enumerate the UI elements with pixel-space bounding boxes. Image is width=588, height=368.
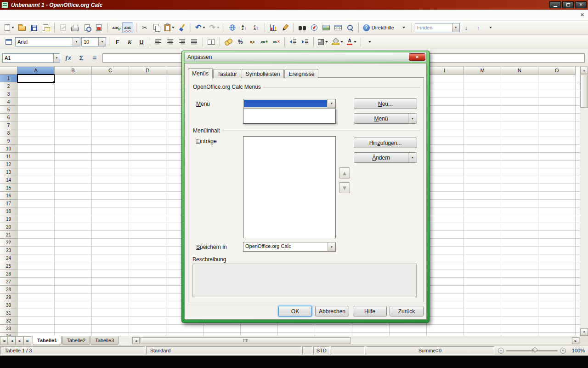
scroll-up-button[interactable]: ▲ (580, 67, 588, 74)
percent-format-button[interactable]: % (235, 36, 246, 47)
row-header-1[interactable]: 1 (0, 75, 17, 82)
close-button[interactable]: ✕ (575, 1, 587, 8)
row-header-4[interactable]: 4 (0, 98, 17, 106)
decrease-indent-button[interactable] (288, 36, 299, 47)
function-wizard-button[interactable]: ƒx (62, 53, 74, 63)
align-center-button[interactable] (165, 36, 176, 47)
page-preview-button[interactable] (81, 22, 92, 33)
minimize-button[interactable] (549, 1, 561, 8)
row-header-14[interactable]: 14 (0, 176, 17, 184)
row-header-26[interactable]: 26 (0, 270, 17, 278)
cell-cursor[interactable] (17, 74, 55, 83)
dropdown-arrow-icon[interactable] (217, 27, 220, 29)
row-header-8[interactable]: 8 (0, 129, 17, 137)
cut-button[interactable]: ✂ (139, 22, 150, 33)
new-document-button[interactable] (3, 22, 16, 33)
dialog-titlebar[interactable]: Anpassen ✕ (184, 52, 427, 62)
redo-button[interactable]: ↷ (208, 22, 220, 33)
find-next-button[interactable]: ↓ (461, 22, 472, 33)
column-header-n[interactable]: N (501, 67, 538, 75)
justify-button[interactable] (189, 36, 200, 47)
fill-handle[interactable] (53, 81, 55, 83)
page-style-status[interactable]: Standard (146, 346, 301, 355)
dropdown-arrow-icon[interactable] (325, 41, 328, 43)
select-all-corner[interactable] (0, 67, 17, 75)
draw-functions-button[interactable] (280, 22, 291, 33)
ok-button[interactable]: OK (278, 306, 312, 316)
vertical-scrollbar[interactable]: ▲ ▼ (580, 67, 588, 336)
format-paintbrush-button[interactable] (177, 22, 188, 33)
row-header-25[interactable]: 25 (0, 262, 17, 270)
cell-reference-input[interactable] (3, 54, 53, 62)
row-header-18[interactable]: 18 (0, 207, 17, 215)
maximize-button[interactable] (562, 1, 574, 8)
move-down-button[interactable]: ▼ (339, 182, 350, 193)
spellcheck-button[interactable]: ABC✓ (110, 22, 121, 33)
help-button[interactable]: Hilfe (353, 306, 387, 316)
dropdown-arrow-icon[interactable] (340, 41, 343, 43)
increase-indent-button[interactable] (300, 36, 311, 47)
font-name-input[interactable] (16, 38, 73, 46)
dialog-tab-symbolleisten[interactable]: Symbolleisten (242, 69, 284, 78)
zoom-out-button[interactable]: − (498, 348, 504, 354)
sheet-tab-tabelle3[interactable]: Tabelle3 (90, 336, 119, 345)
first-sheet-button[interactable]: |◀ (0, 336, 8, 345)
dialog-tab-ereignisse[interactable]: Ereignisse (284, 69, 318, 78)
row-header-11[interactable]: 11 (0, 153, 17, 161)
new-menu-button[interactable]: Neu... (354, 98, 417, 109)
navigator-button[interactable] (309, 22, 320, 33)
formula-button[interactable]: = (89, 53, 100, 63)
sheet-tab-tabelle2[interactable]: Tabelle2 (62, 336, 90, 345)
sum-status[interactable]: Summe=0 (366, 346, 494, 355)
horizontal-scrollbar[interactable]: ◀ ▶ (132, 337, 580, 345)
find-toolbar-options-button[interactable] (485, 22, 496, 33)
entries-listbox[interactable] (243, 136, 336, 238)
row-header-23[interactable]: 23 (0, 247, 17, 254)
save-in-arrow[interactable]: ▼ (328, 242, 335, 251)
menu-combobox[interactable]: ▼ (243, 99, 336, 108)
gallery-button[interactable] (321, 22, 332, 33)
auto-spellcheck-button[interactable]: ABC (122, 22, 133, 33)
row-header-17[interactable]: 17 (0, 200, 17, 207)
zoom-level[interactable]: 100% (568, 348, 585, 353)
row-header-9[interactable]: 9 (0, 137, 17, 145)
cancel-button[interactable]: Abbrechen (315, 306, 349, 316)
font-color-button[interactable]: A (345, 36, 358, 47)
open-button[interactable] (17, 22, 28, 33)
sheet-tab-tabelle1[interactable]: Tabelle1 (33, 336, 62, 345)
direkthilfe-button[interactable]: ? Direkthilfe (362, 22, 397, 33)
zoom-slider-thumb[interactable] (532, 347, 538, 353)
row-header-22[interactable]: 22 (0, 239, 17, 247)
standard-format-button[interactable]: 0,0 (247, 36, 258, 47)
column-header-o[interactable]: O (538, 67, 576, 75)
find-combobox[interactable]: ▼ (415, 23, 460, 32)
sort-descending-button[interactable]: ZA↓ (251, 22, 262, 33)
row-header-31[interactable]: 31 (0, 309, 17, 317)
horizontal-scroll-thumb[interactable] (141, 337, 351, 344)
zoom-button[interactable] (345, 22, 356, 33)
row-header-27[interactable]: 27 (0, 278, 17, 286)
row-header-7[interactable]: 7 (0, 121, 17, 129)
move-up-button[interactable]: ▲ (339, 167, 350, 178)
add-button[interactable]: Hinzufügen... (354, 138, 417, 148)
next-sheet-button[interactable]: ▶ (16, 336, 23, 345)
column-header-d[interactable]: D (129, 67, 166, 75)
selection-mode-status[interactable]: STD (313, 346, 330, 355)
save-in-combobox[interactable]: OpenOffice.org Calc ▼ (243, 242, 336, 252)
row-header-32[interactable]: 32 (0, 317, 17, 325)
row-header-30[interactable]: 30 (0, 301, 17, 309)
paste-button[interactable] (163, 22, 176, 33)
zoom-in-button[interactable]: + (560, 348, 566, 354)
align-right-button[interactable] (177, 36, 188, 47)
sort-ascending-button[interactable]: AZ↓ (239, 22, 250, 33)
menu-combobox-arrow[interactable]: ▼ (328, 99, 335, 108)
row-header-5[interactable]: 5 (0, 106, 17, 114)
row-header-21[interactable]: 21 (0, 231, 17, 239)
dropdown-arrow-icon[interactable] (203, 27, 205, 29)
merge-cells-button[interactable] (206, 36, 217, 47)
row-header-19[interactable]: 19 (0, 215, 17, 223)
save-button[interactable] (28, 22, 40, 33)
delete-decimal-button[interactable]: .00× (271, 36, 282, 47)
dropdown-arrow-icon[interactable] (354, 41, 356, 43)
vertical-scroll-thumb[interactable] (580, 75, 588, 108)
